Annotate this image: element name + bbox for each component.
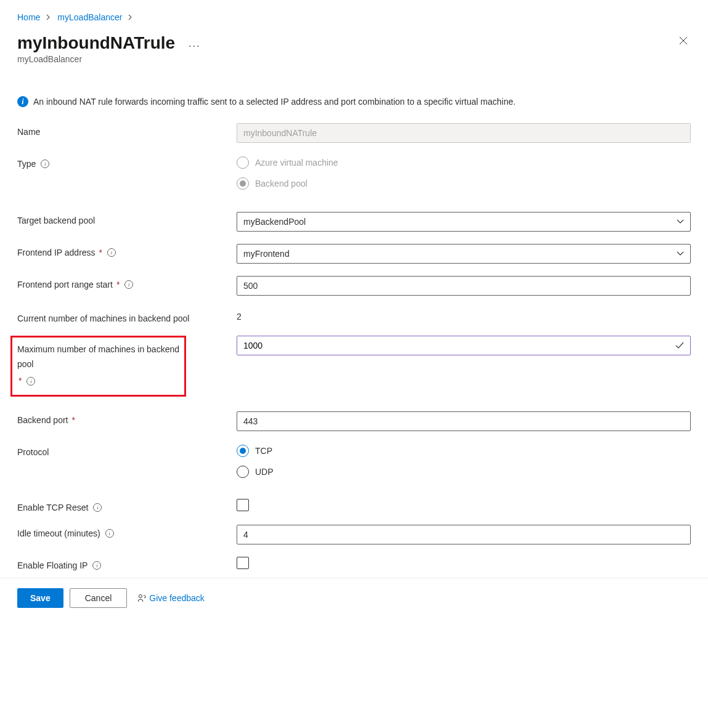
info-icon[interactable]: i [107, 248, 116, 257]
max-machines-label: Maximum number of machines in backend po… [17, 342, 179, 389]
chevron-right-icon [128, 14, 133, 20]
type-label: Type i [17, 155, 237, 169]
backend-port-label: Backend port* [17, 411, 237, 425]
frontend-ip-label: Frontend IP address* i [17, 244, 237, 257]
name-label: Name [17, 123, 237, 137]
chevron-down-icon [677, 251, 684, 256]
current-machines-value: 2 [237, 308, 691, 322]
info-icon[interactable]: i [92, 561, 101, 570]
chevron-down-icon [677, 219, 684, 224]
tcp-reset-label: Enable TCP Reset i [17, 499, 237, 512]
info-icon[interactable]: i [105, 529, 114, 538]
radio-icon [237, 156, 249, 169]
backend-port-input[interactable] [237, 411, 691, 431]
breadcrumb: Home myLoadBalancer [17, 12, 691, 22]
frontend-ip-select[interactable]: myFrontend [237, 244, 691, 264]
max-machines-input-wrapper [237, 336, 691, 355]
feedback-icon [138, 594, 147, 602]
breadcrumb-parent[interactable]: myLoadBalancer [57, 12, 122, 22]
radio-icon [237, 177, 249, 190]
target-pool-label: Target backend pool [17, 212, 237, 225]
floating-ip-label: Enable Floating IP i [17, 557, 237, 570]
footer: Save Cancel Give feedback [0, 578, 708, 618]
target-pool-select[interactable]: myBackendPool [237, 212, 691, 232]
info-banner: i An inbound NAT rule forwards incoming … [17, 95, 691, 108]
info-text: An inbound NAT rule forwards incoming tr… [33, 95, 516, 108]
port-start-label: Frontend port range start* i [17, 276, 237, 289]
more-actions-button[interactable]: ··· [189, 41, 200, 52]
max-machines-highlight: Maximum number of machines in backend po… [10, 336, 186, 397]
radio-icon [237, 445, 249, 457]
info-icon: i [17, 96, 28, 107]
close-button[interactable] [676, 33, 691, 48]
feedback-link[interactable]: Give feedback [138, 593, 205, 603]
current-machines-label: Current number of machines in backend po… [17, 308, 237, 325]
chevron-right-icon [46, 14, 51, 20]
breadcrumb-home[interactable]: Home [17, 12, 40, 22]
idle-timeout-input[interactable] [237, 525, 691, 544]
floating-ip-checkbox[interactable] [237, 557, 249, 569]
info-icon[interactable]: i [26, 377, 35, 386]
protocol-label: Protocol [17, 443, 237, 457]
name-input [237, 123, 691, 143]
type-radio-vm: Azure virtual machine [237, 156, 691, 169]
save-button[interactable]: Save [17, 588, 63, 608]
idle-timeout-label: Idle timeout (minutes) i [17, 525, 237, 538]
type-radio-pool: Backend pool [237, 177, 691, 190]
page-title: myInboundNATrule [17, 33, 175, 53]
info-icon[interactable]: i [93, 503, 102, 512]
info-icon[interactable]: i [124, 280, 133, 289]
protocol-radio-tcp[interactable]: TCP [237, 445, 691, 457]
port-start-input[interactable] [237, 276, 691, 296]
max-machines-input[interactable] [237, 336, 675, 355]
page-subtitle: myLoadBalancer [17, 54, 200, 64]
check-icon [675, 342, 690, 349]
cancel-button[interactable]: Cancel [70, 588, 128, 608]
tcp-reset-checkbox[interactable] [237, 499, 249, 511]
protocol-radio-udp[interactable]: UDP [237, 466, 691, 478]
info-icon[interactable]: i [41, 160, 49, 168]
svg-point-0 [139, 595, 142, 598]
radio-icon [237, 466, 249, 478]
